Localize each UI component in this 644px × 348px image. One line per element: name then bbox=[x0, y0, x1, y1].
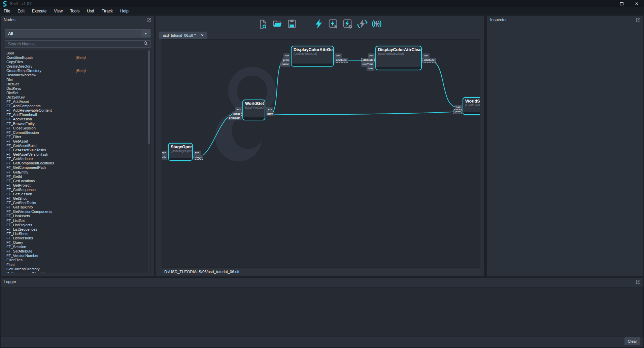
node-list-item[interactable]: FT_GetAsset bbox=[5, 139, 150, 144]
graph-node-worldst[interactable]: WorldSt(UsdPrimSt bbox=[463, 97, 480, 115]
node-type-name: FT_Filter bbox=[6, 135, 21, 139]
save-graph-icon[interactable] bbox=[286, 18, 298, 30]
node-list-item[interactable]: FT_ListProjects bbox=[5, 223, 150, 227]
node-list-item[interactable]: DeadlineWorkflow bbox=[5, 73, 150, 77]
menu-item-view[interactable]: View bbox=[50, 7, 66, 14]
node-list-item[interactable]: CopyFiles bbox=[5, 60, 150, 64]
menu-item-help[interactable]: Help bbox=[116, 7, 132, 14]
tab-usd-tutorial[interactable]: usd_tutorial_06.sft * ✕ bbox=[159, 32, 207, 39]
execute-selected-icon[interactable] bbox=[328, 18, 339, 30]
undock-icon[interactable] bbox=[636, 279, 640, 284]
port-prim[interactable]: prim bbox=[266, 112, 274, 116]
search-input[interactable] bbox=[7, 41, 143, 47]
node-subtitle: (UsdAttributeClear) bbox=[376, 52, 421, 55]
graph-node-displaycolorattrget[interactable]: DisplayColorAttrGet(UsdAttributeGet) bbox=[291, 46, 334, 67]
execute-from-selected-icon[interactable] bbox=[342, 18, 353, 30]
node-type-name: GetCurrentDirectory bbox=[6, 267, 39, 271]
node-list-scrollbar[interactable] bbox=[148, 50, 150, 273]
node-list-item[interactable]: FT_ListGet bbox=[5, 219, 150, 223]
node-list-item[interactable]: FT_ListVersions bbox=[5, 236, 150, 240]
node-list-item[interactable]: Bool bbox=[5, 51, 150, 55]
execute-icon[interactable] bbox=[313, 18, 325, 30]
node-list-item[interactable]: FT_GetAttribute bbox=[5, 157, 150, 161]
node-list-item[interactable]: Float bbox=[5, 263, 150, 267]
node-list-item[interactable]: GetEnvironmentVariable bbox=[5, 271, 150, 273]
port-attribute[interactable]: attribute bbox=[335, 58, 348, 63]
port-stage[interactable]: stage bbox=[194, 155, 203, 160]
node-list-item[interactable]: FT_AddComponents bbox=[5, 104, 150, 108]
new-graph-icon[interactable] bbox=[257, 18, 269, 30]
node-type-name: FT_GetAssetBuild bbox=[6, 144, 36, 148]
menu-item-execute[interactable]: Execute bbox=[28, 7, 50, 14]
node-list-item[interactable]: FT_GetShot bbox=[5, 196, 150, 201]
node-list-item[interactable]: FT_GetAssetVersionTask bbox=[5, 152, 150, 157]
node-list-item[interactable]: FT_ListShots bbox=[5, 232, 150, 236]
node-list-item[interactable]: GetCurrentDirectory bbox=[5, 267, 150, 271]
menu-item-tools[interactable]: Tools bbox=[66, 7, 83, 14]
node-list-item[interactable]: FT_GetVersionComponents bbox=[5, 209, 150, 214]
tab-close-icon[interactable]: ✕ bbox=[201, 33, 204, 38]
node-list-item[interactable]: FT_GetComponentPath bbox=[5, 165, 150, 170]
node-list-item[interactable]: FT_ListSequences bbox=[5, 227, 150, 232]
node-list-item[interactable]: FT_GetLocations bbox=[5, 179, 150, 183]
node-filter-dropdown[interactable]: All ▼ bbox=[5, 29, 151, 38]
node-list-item[interactable]: FT_VersionNumber bbox=[5, 254, 150, 258]
menu-item-ftrack[interactable]: Ftrack bbox=[98, 7, 116, 14]
node-list-item[interactable]: ConditionEquals(Beta) bbox=[5, 55, 150, 60]
node-list-item[interactable]: FT_AddThumbnail bbox=[5, 113, 150, 117]
node-list-item[interactable]: FT_GetAssetBuildTasks bbox=[5, 148, 150, 152]
menu-item-usd[interactable]: Usd bbox=[83, 7, 98, 14]
node-list-item[interactable]: FT_Query bbox=[5, 240, 150, 245]
node-list-item[interactable]: DictKeys bbox=[5, 86, 150, 91]
node-list-item[interactable]: FT_AddReviewableContent bbox=[5, 108, 150, 113]
node-list-item[interactable]: FT_SetAttribute bbox=[5, 249, 150, 254]
node-list-item[interactable]: FT_GetShotTasks bbox=[5, 201, 150, 205]
soft-execute-icon[interactable] bbox=[357, 18, 368, 30]
node-list-item[interactable]: FT_GetProject bbox=[5, 183, 150, 188]
node-list-item[interactable]: FT_CommitSession bbox=[5, 130, 150, 135]
port-primpath[interactable]: primpath bbox=[228, 116, 242, 120]
open-graph-icon[interactable] bbox=[272, 18, 283, 30]
node-list-item[interactable]: FT_ListAssets bbox=[5, 214, 150, 218]
node-list-item[interactable]: FT_GetTaskInfo bbox=[5, 205, 150, 209]
port-attribute[interactable]: attribute bbox=[422, 58, 436, 63]
node-list-item[interactable]: Dict bbox=[5, 78, 150, 82]
node-list-item[interactable]: CreateTempDirectory(Beta) bbox=[5, 69, 150, 73]
node-graph-canvas[interactable]: StageOpen(UsdStageOpen)>>>path>>>stageWo… bbox=[162, 39, 480, 268]
undock-icon[interactable] bbox=[146, 17, 151, 22]
node-list-item[interactable]: FT_GetEntity bbox=[5, 170, 150, 175]
node-list-item[interactable]: FT_CloseSession bbox=[5, 126, 150, 130]
menu-item-edit[interactable]: Edit bbox=[14, 7, 28, 14]
node-list-item[interactable]: FT_Session bbox=[5, 245, 150, 249]
node-list-item[interactable]: FT_GetSession bbox=[5, 192, 150, 196]
menu-item-file[interactable]: File bbox=[0, 7, 14, 14]
node-list-item[interactable]: FT_AddAsset bbox=[5, 100, 150, 104]
clear-log-button[interactable]: Clear bbox=[624, 337, 640, 345]
graph-node-worldget[interactable]: WorldGet(UsdPrimGet) bbox=[242, 100, 265, 120]
node-list-item[interactable]: FT_BrowseEntity bbox=[5, 122, 150, 126]
scrollbar-thumb[interactable] bbox=[148, 50, 150, 144]
graph-node-displaycolorattrclear[interactable]: DisplayColorAttrClear(UsdAttributeClear) bbox=[375, 46, 422, 70]
node-list-item[interactable]: FT_GetComponentLocations bbox=[5, 161, 150, 165]
node-subtitle: (UsdPrimSt bbox=[463, 104, 480, 107]
minimize-icon[interactable] bbox=[600, 0, 614, 7]
node-list-item[interactable]: FT_Filter bbox=[5, 135, 150, 139]
port-name[interactable]: name bbox=[280, 62, 290, 67]
node-list-item[interactable]: FT_GetAssetBuild bbox=[5, 144, 150, 148]
port-prim[interactable]: prim bbox=[453, 109, 462, 114]
node-list-item[interactable]: FT_GetId bbox=[5, 175, 150, 179]
undock-icon[interactable] bbox=[636, 17, 640, 22]
node-list-item[interactable]: FilterFiles bbox=[5, 258, 150, 262]
graph-node-stageopen[interactable]: StageOpen(UsdStageOpen) bbox=[168, 143, 193, 161]
node-list-item[interactable]: FT_AddVersion bbox=[5, 117, 150, 121]
node-list-item[interactable]: FT_GetSequence bbox=[5, 188, 150, 192]
port-time[interactable]: time bbox=[367, 66, 375, 71]
live-execute-icon[interactable] bbox=[371, 18, 382, 30]
node-list-item[interactable]: CreateDirectory bbox=[5, 64, 150, 69]
port-path[interactable]: path bbox=[162, 155, 167, 160]
node-list-item[interactable]: DictSet bbox=[5, 91, 150, 95]
node-list-item[interactable]: DictSetKey bbox=[5, 95, 150, 100]
node-list-item[interactable]: DictGet bbox=[5, 82, 150, 86]
close-icon[interactable]: ✕ bbox=[629, 0, 644, 7]
maximize-icon[interactable] bbox=[614, 0, 629, 7]
